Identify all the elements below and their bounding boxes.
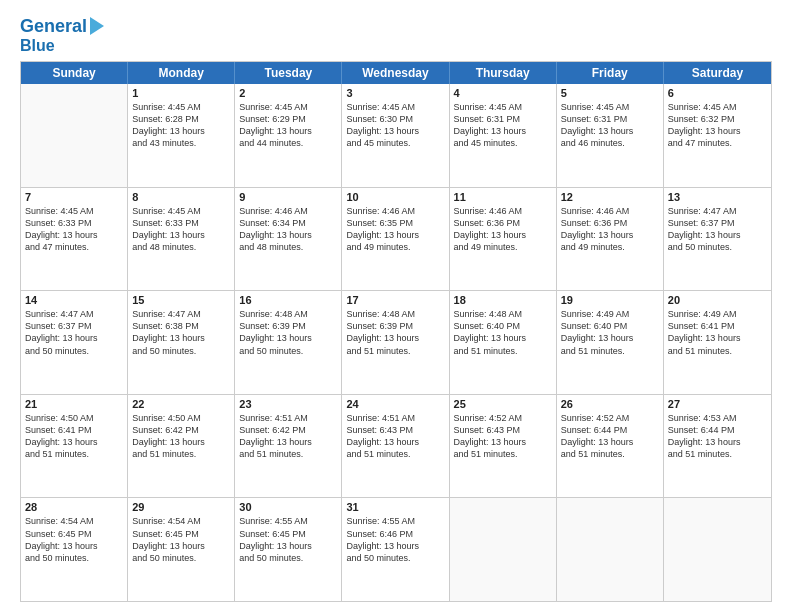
day-number: 6 xyxy=(668,87,767,99)
cell-info: Sunrise: 4:49 AM Sunset: 6:41 PM Dayligh… xyxy=(668,308,767,357)
day-number: 7 xyxy=(25,191,123,203)
weekday-header-friday: Friday xyxy=(557,62,664,84)
day-number: 30 xyxy=(239,501,337,513)
calendar-cell: 2Sunrise: 4:45 AM Sunset: 6:29 PM Daylig… xyxy=(235,84,342,187)
calendar-cell: 28Sunrise: 4:54 AM Sunset: 6:45 PM Dayli… xyxy=(21,498,128,601)
calendar-cell: 9Sunrise: 4:46 AM Sunset: 6:34 PM Daylig… xyxy=(235,188,342,291)
cell-info: Sunrise: 4:45 AM Sunset: 6:29 PM Dayligh… xyxy=(239,101,337,150)
calendar-cell: 29Sunrise: 4:54 AM Sunset: 6:45 PM Dayli… xyxy=(128,498,235,601)
day-number: 23 xyxy=(239,398,337,410)
cell-info: Sunrise: 4:47 AM Sunset: 6:37 PM Dayligh… xyxy=(668,205,767,254)
logo-text-blue: Blue xyxy=(20,37,55,55)
cell-info: Sunrise: 4:46 AM Sunset: 6:34 PM Dayligh… xyxy=(239,205,337,254)
calendar-cell: 1Sunrise: 4:45 AM Sunset: 6:28 PM Daylig… xyxy=(128,84,235,187)
cell-info: Sunrise: 4:50 AM Sunset: 6:41 PM Dayligh… xyxy=(25,412,123,461)
cell-info: Sunrise: 4:47 AM Sunset: 6:38 PM Dayligh… xyxy=(132,308,230,357)
calendar-cell: 26Sunrise: 4:52 AM Sunset: 6:44 PM Dayli… xyxy=(557,395,664,498)
calendar-cell: 11Sunrise: 4:46 AM Sunset: 6:36 PM Dayli… xyxy=(450,188,557,291)
calendar-cell: 14Sunrise: 4:47 AM Sunset: 6:37 PM Dayli… xyxy=(21,291,128,394)
cell-info: Sunrise: 4:46 AM Sunset: 6:36 PM Dayligh… xyxy=(561,205,659,254)
cell-info: Sunrise: 4:55 AM Sunset: 6:45 PM Dayligh… xyxy=(239,515,337,564)
calendar-cell xyxy=(664,498,771,601)
cell-info: Sunrise: 4:51 AM Sunset: 6:43 PM Dayligh… xyxy=(346,412,444,461)
calendar-cell xyxy=(21,84,128,187)
calendar-cell: 27Sunrise: 4:53 AM Sunset: 6:44 PM Dayli… xyxy=(664,395,771,498)
calendar-cell: 24Sunrise: 4:51 AM Sunset: 6:43 PM Dayli… xyxy=(342,395,449,498)
cell-info: Sunrise: 4:45 AM Sunset: 6:31 PM Dayligh… xyxy=(454,101,552,150)
day-number: 19 xyxy=(561,294,659,306)
cell-info: Sunrise: 4:53 AM Sunset: 6:44 PM Dayligh… xyxy=(668,412,767,461)
header: General Blue xyxy=(20,16,772,55)
weekday-header-sunday: Sunday xyxy=(21,62,128,84)
cell-info: Sunrise: 4:52 AM Sunset: 6:44 PM Dayligh… xyxy=(561,412,659,461)
calendar-cell: 13Sunrise: 4:47 AM Sunset: 6:37 PM Dayli… xyxy=(664,188,771,291)
calendar-cell: 18Sunrise: 4:48 AM Sunset: 6:40 PM Dayli… xyxy=(450,291,557,394)
day-number: 3 xyxy=(346,87,444,99)
cell-info: Sunrise: 4:45 AM Sunset: 6:32 PM Dayligh… xyxy=(668,101,767,150)
cell-info: Sunrise: 4:55 AM Sunset: 6:46 PM Dayligh… xyxy=(346,515,444,564)
logo-arrow-icon xyxy=(90,17,104,35)
cell-info: Sunrise: 4:45 AM Sunset: 6:33 PM Dayligh… xyxy=(25,205,123,254)
calendar-cell: 10Sunrise: 4:46 AM Sunset: 6:35 PM Dayli… xyxy=(342,188,449,291)
calendar-row-4: 28Sunrise: 4:54 AM Sunset: 6:45 PM Dayli… xyxy=(21,498,771,601)
cell-info: Sunrise: 4:46 AM Sunset: 6:35 PM Dayligh… xyxy=(346,205,444,254)
day-number: 29 xyxy=(132,501,230,513)
calendar-cell: 21Sunrise: 4:50 AM Sunset: 6:41 PM Dayli… xyxy=(21,395,128,498)
cell-info: Sunrise: 4:48 AM Sunset: 6:39 PM Dayligh… xyxy=(239,308,337,357)
calendar-cell: 30Sunrise: 4:55 AM Sunset: 6:45 PM Dayli… xyxy=(235,498,342,601)
calendar-header: SundayMondayTuesdayWednesdayThursdayFrid… xyxy=(21,62,771,84)
day-number: 14 xyxy=(25,294,123,306)
cell-info: Sunrise: 4:48 AM Sunset: 6:39 PM Dayligh… xyxy=(346,308,444,357)
calendar-cell: 20Sunrise: 4:49 AM Sunset: 6:41 PM Dayli… xyxy=(664,291,771,394)
day-number: 2 xyxy=(239,87,337,99)
day-number: 15 xyxy=(132,294,230,306)
day-number: 13 xyxy=(668,191,767,203)
calendar-cell: 12Sunrise: 4:46 AM Sunset: 6:36 PM Dayli… xyxy=(557,188,664,291)
calendar-cell: 23Sunrise: 4:51 AM Sunset: 6:42 PM Dayli… xyxy=(235,395,342,498)
calendar-row-0: 1Sunrise: 4:45 AM Sunset: 6:28 PM Daylig… xyxy=(21,84,771,188)
calendar-cell: 19Sunrise: 4:49 AM Sunset: 6:40 PM Dayli… xyxy=(557,291,664,394)
cell-info: Sunrise: 4:54 AM Sunset: 6:45 PM Dayligh… xyxy=(132,515,230,564)
day-number: 11 xyxy=(454,191,552,203)
cell-info: Sunrise: 4:45 AM Sunset: 6:33 PM Dayligh… xyxy=(132,205,230,254)
calendar-cell: 6Sunrise: 4:45 AM Sunset: 6:32 PM Daylig… xyxy=(664,84,771,187)
day-number: 10 xyxy=(346,191,444,203)
day-number: 5 xyxy=(561,87,659,99)
cell-info: Sunrise: 4:51 AM Sunset: 6:42 PM Dayligh… xyxy=(239,412,337,461)
day-number: 26 xyxy=(561,398,659,410)
day-number: 9 xyxy=(239,191,337,203)
weekday-header-wednesday: Wednesday xyxy=(342,62,449,84)
calendar-cell: 5Sunrise: 4:45 AM Sunset: 6:31 PM Daylig… xyxy=(557,84,664,187)
cell-info: Sunrise: 4:54 AM Sunset: 6:45 PM Dayligh… xyxy=(25,515,123,564)
day-number: 25 xyxy=(454,398,552,410)
cell-info: Sunrise: 4:45 AM Sunset: 6:31 PM Dayligh… xyxy=(561,101,659,150)
day-number: 24 xyxy=(346,398,444,410)
cell-info: Sunrise: 4:52 AM Sunset: 6:43 PM Dayligh… xyxy=(454,412,552,461)
day-number: 18 xyxy=(454,294,552,306)
calendar-row-2: 14Sunrise: 4:47 AM Sunset: 6:37 PM Dayli… xyxy=(21,291,771,395)
day-number: 22 xyxy=(132,398,230,410)
cell-info: Sunrise: 4:49 AM Sunset: 6:40 PM Dayligh… xyxy=(561,308,659,357)
page: General Blue SundayMondayTuesdayWednesda… xyxy=(0,0,792,612)
cell-info: Sunrise: 4:47 AM Sunset: 6:37 PM Dayligh… xyxy=(25,308,123,357)
day-number: 20 xyxy=(668,294,767,306)
cell-info: Sunrise: 4:46 AM Sunset: 6:36 PM Dayligh… xyxy=(454,205,552,254)
cell-info: Sunrise: 4:50 AM Sunset: 6:42 PM Dayligh… xyxy=(132,412,230,461)
calendar-cell: 17Sunrise: 4:48 AM Sunset: 6:39 PM Dayli… xyxy=(342,291,449,394)
calendar-row-1: 7Sunrise: 4:45 AM Sunset: 6:33 PM Daylig… xyxy=(21,188,771,292)
day-number: 28 xyxy=(25,501,123,513)
calendar-cell: 22Sunrise: 4:50 AM Sunset: 6:42 PM Dayli… xyxy=(128,395,235,498)
weekday-header-monday: Monday xyxy=(128,62,235,84)
day-number: 17 xyxy=(346,294,444,306)
day-number: 4 xyxy=(454,87,552,99)
weekday-header-tuesday: Tuesday xyxy=(235,62,342,84)
calendar-cell: 15Sunrise: 4:47 AM Sunset: 6:38 PM Dayli… xyxy=(128,291,235,394)
day-number: 12 xyxy=(561,191,659,203)
calendar-cell: 16Sunrise: 4:48 AM Sunset: 6:39 PM Dayli… xyxy=(235,291,342,394)
day-number: 27 xyxy=(668,398,767,410)
day-number: 1 xyxy=(132,87,230,99)
cell-info: Sunrise: 4:45 AM Sunset: 6:30 PM Dayligh… xyxy=(346,101,444,150)
calendar-cell: 8Sunrise: 4:45 AM Sunset: 6:33 PM Daylig… xyxy=(128,188,235,291)
calendar-cell: 3Sunrise: 4:45 AM Sunset: 6:30 PM Daylig… xyxy=(342,84,449,187)
weekday-header-saturday: Saturday xyxy=(664,62,771,84)
